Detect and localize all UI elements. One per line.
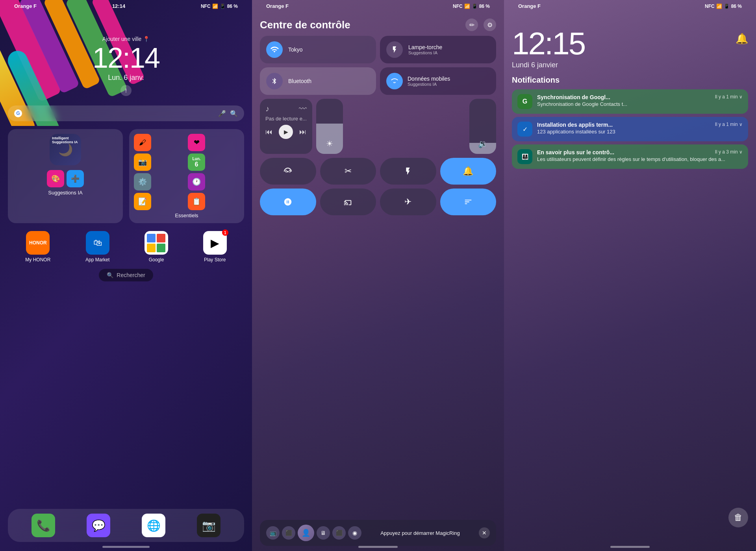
mobile-tile-icon [386, 73, 403, 89]
essentiels-icon-2[interactable]: ❤ [188, 134, 205, 151]
mic-icon[interactable]: 🎤 [218, 110, 226, 117]
play-store-badge: 1 [222, 229, 228, 236]
cc-btn-hotspot[interactable] [260, 158, 316, 185]
cc-row-1: Tokyo Lampe-torche Suggestions IA [260, 36, 496, 63]
brightness-slider[interactable]: ☀ [316, 99, 343, 154]
prev-button[interactable]: ⏮ [265, 128, 272, 136]
music-icon: ♪ [265, 104, 269, 113]
folder-suggestions-ia[interactable]: IntelligentSuggestions IA 🌙 🎨 ➕ Suggesti… [8, 129, 123, 223]
essentiels-icon-7[interactable]: 📝 [134, 193, 151, 210]
app-my-honor[interactable]: HONOR My HONOR [25, 231, 50, 263]
folder-icon-1[interactable]: 🎨 [47, 170, 64, 187]
dock-camera[interactable]: 📷 [197, 514, 220, 537]
next-button[interactable]: ⏭ [299, 128, 306, 136]
cc-tile-wifi[interactable]: Tokyo [260, 36, 376, 63]
notif-section-title: Notifications [512, 76, 748, 85]
nfc-icon-notif: NFC [705, 4, 715, 9]
magic-ring-close[interactable]: ✕ [479, 527, 490, 538]
play-button[interactable]: ▶ [279, 125, 293, 139]
cc-edit-button[interactable]: ✏ [465, 18, 478, 31]
volume-slider[interactable]: 🔉 [469, 99, 496, 154]
notif-time-family: Il y a 3 min ∨ [715, 149, 743, 155]
notif-date: Lundi 6 janvier [512, 61, 585, 69]
weather-badge: ! [120, 85, 132, 96]
trash-button[interactable]: 🗑 [728, 508, 748, 527]
lens-icon[interactable]: 🔍 [230, 110, 238, 117]
bottom-apps-row: HONOR My HONOR 🛍 App Market Google [8, 231, 244, 263]
cc-btn-no-disturb[interactable] [260, 189, 316, 215]
magic-ring-banner[interactable]: 📺 ⬛ 👤 🖥 ⬛ ◉ Appuyez pour démarrer MagicR… [260, 520, 496, 546]
app-label-play-store: Play Store [204, 257, 226, 263]
notif-text-install: 123 applications installées sur 123 [537, 129, 743, 135]
app-label-google: Google [149, 257, 164, 263]
cc-btn-torch-bottom[interactable] [380, 158, 436, 185]
notif-app-install[interactable]: ✓ Installation des applis term... Il y a… [512, 117, 748, 141]
notif-body-google: Synchronisation de Googl... Il y a 1 min… [537, 94, 743, 108]
app-app-market[interactable]: 🛍 App Market [85, 231, 109, 263]
cc-settings-button[interactable]: ⚙ [484, 18, 496, 31]
google-logo: G [14, 109, 22, 117]
cc-tile-torch[interactable]: Lampe-torche Suggestions IA [380, 36, 496, 63]
essentiels-icon-8[interactable]: 📋 [188, 193, 205, 210]
control-center: Orange F NFC 📶 📱 86 % Centre de contrôle… [252, 0, 504, 551]
signal-icon-cc: 📱 [472, 4, 478, 9]
add-city-label[interactable]: Ajouter une ville 📍 [8, 36, 244, 42]
essentiels-icon-6[interactable]: 🕐 [188, 173, 205, 190]
notif-title-row-family: En savoir plus sur le contrô... Il y a 3… [537, 149, 743, 155]
notif-family[interactable]: 👨‍👩‍👧 En savoir plus sur le contrô... Il… [512, 144, 748, 169]
battery-cc: 86 % [479, 4, 490, 9]
cc-btn-scissors[interactable]: ✂ [320, 158, 376, 185]
cc-indicator [358, 546, 398, 548]
torch-tile-info: Lampe-torche Suggestions IA [408, 44, 442, 55]
clock-widget: Ajouter une ville 📍 12:14 Lun. 6 janv. ! [8, 12, 244, 96]
cc-tile-mobile[interactable]: Données mobiles Suggestions IA [380, 67, 496, 95]
app-play-store[interactable]: ▶ 1 Play Store [203, 231, 227, 263]
cc-media-player[interactable]: ♪ 〰 Pas de lecture e... ⏮ ▶ ⏭ [260, 99, 312, 154]
torch-tile-icon [386, 41, 403, 58]
status-bar-home: Orange F 12:14 NFC 📶 📱 86 % [8, 0, 244, 12]
bluetooth-tile-icon [266, 73, 283, 89]
status-bar-notif: Orange F NFC 📶 📱 86 % [512, 0, 748, 12]
nfc-icon: NFC [201, 4, 211, 9]
notif-time-area: 12:15 Lundi 6 janvier 🔔 [512, 12, 748, 69]
app-google[interactable]: Google [145, 231, 168, 263]
app-icon-play-store: ▶ 1 [203, 231, 227, 255]
notif-icon-install: ✓ [517, 122, 532, 137]
essentiels-icon-4[interactable]: Lun.6 [188, 153, 205, 171]
search-pill[interactable]: 🔍 Rechercher [99, 269, 153, 281]
google-search-bar[interactable]: G 🎤 🔍 [8, 105, 244, 121]
search-pill-icon: 🔍 [107, 272, 113, 278]
essentiels-icon-5[interactable]: ⚙️ [134, 173, 151, 190]
cc-btn-bell[interactable]: 🔔 [440, 158, 497, 185]
cc-row-4: ✂ 🔔 [260, 158, 496, 185]
notif-google-sync[interactable]: G Synchronisation de Googl... Il y a 1 m… [512, 89, 748, 114]
notif-body-install: Installation des applis term... Il y a 1… [537, 122, 743, 135]
waveform-icon: 〰 [299, 104, 307, 113]
notif-title-row-google: Synchronisation de Googl... Il y a 1 min… [537, 94, 743, 100]
suggestion-main-icon: IntelligentSuggestions IA 🌙 [50, 134, 81, 165]
status-right-notif: NFC 📶 📱 86 % [705, 4, 742, 9]
folder-essentiels[interactable]: 🖌 ❤ 📸 Lun.6 ⚙️ 🕐 📝 📋 Essentiels [129, 129, 244, 223]
carrier-cc: Orange F [266, 3, 289, 9]
app-icon-my-honor: HONOR [26, 231, 50, 255]
notif-icon-google: G [517, 94, 532, 109]
essentiels-icon-1[interactable]: 🖌 [134, 134, 151, 151]
dock-chrome[interactable]: 🌐 [142, 514, 165, 537]
cc-tile-bluetooth[interactable]: Bluetooth [260, 67, 376, 95]
app-label-app-market: App Market [85, 257, 109, 263]
cc-btn-data-usage[interactable] [440, 189, 497, 215]
cc-btn-cast[interactable] [320, 189, 376, 215]
dock-messages[interactable]: 💬 [87, 514, 110, 537]
carrier-home: Orange F [14, 3, 37, 9]
essentiels-icon-3[interactable]: 📸 [134, 153, 151, 171]
folder-label-essentiels: Essentiels [134, 213, 239, 218]
essentiels-grid: 🖌 ❤ 📸 Lun.6 ⚙️ 🕐 📝 📋 [134, 134, 239, 210]
notif-text-family: Les utilisateurs peuvent définir des règ… [537, 156, 743, 163]
folder-icon-2[interactable]: ➕ [67, 170, 84, 187]
dock-phone[interactable]: 📞 [32, 514, 55, 537]
cc-btn-airplane[interactable]: ✈ [380, 189, 436, 215]
notif-bell-icon[interactable]: 🔔 [736, 33, 748, 45]
cc-row-2: Bluetooth Données mobiles Suggestions IA [260, 67, 496, 95]
home-indicator [102, 546, 150, 548]
wifi-icon: 📶 [212, 4, 218, 9]
